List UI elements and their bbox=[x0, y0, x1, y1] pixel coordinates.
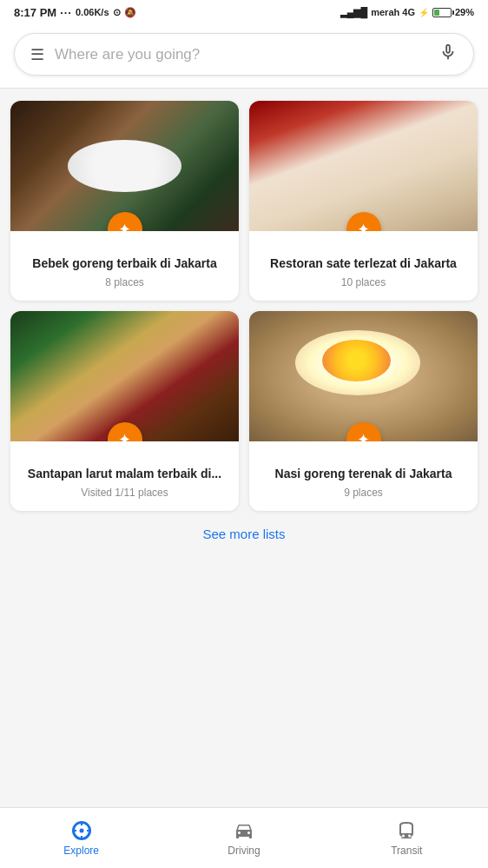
transit-icon bbox=[396, 820, 417, 841]
status-time: 8:17 PM bbox=[14, 6, 56, 19]
card-grid: ✦ Bebek goreng terbaik di Jakarta 8 plac… bbox=[10, 101, 478, 511]
star-icon: ✦ bbox=[357, 222, 370, 231]
status-speed: 0.06K/s bbox=[76, 7, 109, 17]
carrier-label: merah 4G bbox=[371, 7, 415, 17]
explore-icon bbox=[71, 820, 92, 841]
nav-item-driving[interactable]: Driving bbox=[162, 808, 325, 868]
star-icon: ✦ bbox=[118, 222, 131, 231]
search-bar[interactable]: ☰ Where are you going? bbox=[14, 33, 474, 76]
card-subtitle: Visited 1/11 places bbox=[21, 487, 228, 499]
card-santapan-larut[interactable]: ✦ Santapan larut malam terbaik di... Vis… bbox=[10, 311, 239, 511]
battery-percent: 29% bbox=[455, 7, 474, 17]
card-title: Bebek goreng terbaik di Jakarta bbox=[21, 255, 228, 272]
svg-point-1 bbox=[79, 828, 83, 832]
sim-icon: ⊙ bbox=[113, 7, 121, 18]
card-image-wrapper: ✦ bbox=[10, 311, 239, 441]
card-bebek-goreng[interactable]: ✦ Bebek goreng terbaik di Jakarta 8 plac… bbox=[10, 101, 239, 301]
nav-label-explore: Explore bbox=[63, 845, 99, 857]
card-subtitle: 9 places bbox=[260, 487, 467, 499]
nav-item-explore[interactable]: Explore bbox=[0, 808, 162, 868]
see-more-container: See more lists bbox=[10, 511, 478, 620]
nav-label-driving: Driving bbox=[228, 845, 260, 857]
card-subtitle: 10 places bbox=[260, 276, 467, 288]
signal-icon: ▂▄▆█ bbox=[340, 7, 368, 18]
mute-icon: 🔕 bbox=[124, 7, 136, 18]
card-title: Restoran sate terlezat di Jakarta bbox=[260, 255, 467, 272]
charging-icon: ⚡ bbox=[419, 8, 429, 17]
main-content: ✦ Bebek goreng terbaik di Jakarta 8 plac… bbox=[0, 89, 488, 620]
card-info: Santapan larut malam terbaik di... Visit… bbox=[10, 441, 239, 511]
status-bar: 8:17 PM ··· 0.06K/s ⊙ 🔕 ▂▄▆█ merah 4G ⚡ … bbox=[0, 0, 488, 24]
battery-icon bbox=[432, 8, 452, 17]
see-more-link[interactable]: See more lists bbox=[202, 527, 285, 541]
driving-icon bbox=[234, 820, 254, 841]
star-icon: ✦ bbox=[357, 432, 370, 441]
nav-label-transit: Transit bbox=[391, 845, 422, 857]
card-nasi-goreng[interactable]: ✦ Nasi goreng terenak di Jakarta 9 place… bbox=[249, 311, 478, 511]
card-info: Restoran sate terlezat di Jakarta 10 pla… bbox=[249, 231, 478, 301]
hamburger-icon[interactable]: ☰ bbox=[30, 45, 44, 64]
bottom-nav: Explore Driving Transit bbox=[0, 807, 488, 868]
star-icon: ✦ bbox=[118, 432, 131, 441]
status-dots: ··· bbox=[60, 6, 72, 19]
card-info: Bebek goreng terbaik di Jakarta 8 places bbox=[10, 231, 239, 301]
search-bar-container: ☰ Where are you going? bbox=[0, 24, 488, 89]
card-title: Santapan larut malam terbaik di... bbox=[21, 466, 228, 482]
mic-icon[interactable] bbox=[439, 43, 458, 66]
card-restoran-sate[interactable]: ✦ Restoran sate terlezat di Jakarta 10 p… bbox=[249, 101, 478, 301]
search-input[interactable]: Where are you going? bbox=[55, 46, 428, 63]
card-image-wrapper: ✦ bbox=[10, 101, 239, 231]
card-image-wrapper: ✦ bbox=[249, 101, 478, 231]
card-image-wrapper: ✦ bbox=[249, 311, 478, 441]
card-info: Nasi goreng terenak di Jakarta 9 places bbox=[249, 441, 478, 511]
card-subtitle: 8 places bbox=[21, 276, 228, 288]
nav-item-transit[interactable]: Transit bbox=[326, 808, 488, 868]
card-title: Nasi goreng terenak di Jakarta bbox=[260, 466, 467, 482]
